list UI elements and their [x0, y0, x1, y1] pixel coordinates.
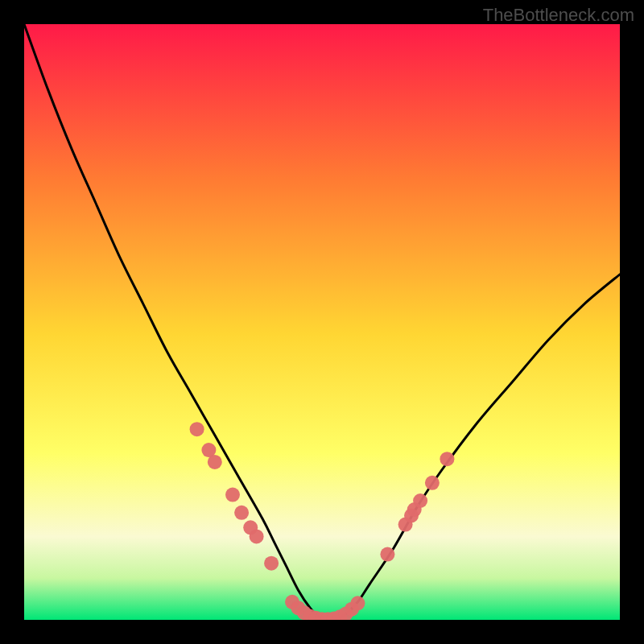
curve-marker [440, 452, 454, 466]
attribution-label: TheBottleneck.com [483, 5, 634, 26]
curve-marker [380, 547, 394, 562]
chart-frame: TheBottleneck.com [0, 0, 644, 644]
curve-marker [264, 556, 279, 571]
gradient-background [24, 24, 620, 620]
curve-marker [208, 455, 222, 469]
curve-marker [250, 529, 264, 543]
curve-marker [190, 422, 204, 436]
bottleneck-chart [24, 24, 620, 620]
curve-marker [225, 488, 240, 502]
plot-area [24, 24, 620, 620]
curve-marker [350, 596, 365, 610]
curve-marker [413, 493, 427, 508]
curve-marker [234, 506, 249, 520]
curve-marker [425, 476, 440, 490]
